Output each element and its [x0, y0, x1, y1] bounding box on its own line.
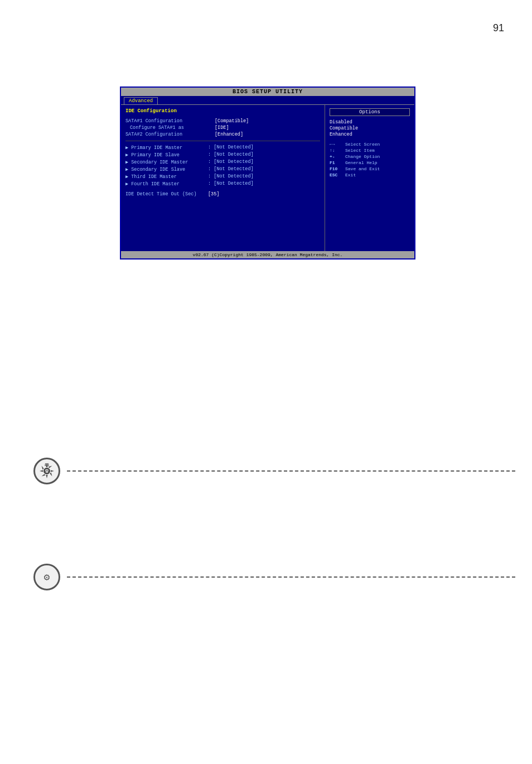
key-esc: ESC [330, 172, 345, 177]
option-disabled[interactable]: Disabled [330, 119, 410, 125]
option-enhanced[interactable]: Enhanced [330, 132, 410, 137]
key-esc-desc: Exit [345, 172, 356, 177]
detect-value: [35] [208, 191, 219, 197]
drive-value-3: : [Not Detected] [208, 166, 254, 172]
config-label-2: SATA#2 Configuration [125, 132, 215, 137]
config-value-1: [IDE] [215, 125, 229, 131]
page-number: 91 [493, 22, 504, 34]
key-row-5: ESC Exit [330, 172, 410, 177]
options-title: Options [330, 108, 410, 116]
bios-content: IDE Configuration SATA#1 Configuration [… [121, 105, 414, 254]
config-row-2: SATA#2 Configuration [Enhanced] [125, 132, 320, 137]
bios-tab-bar: Advanced [121, 96, 414, 105]
config-label-1: Configure SATA#1 as [125, 125, 215, 131]
detect-row: IDE Detect Time Out (Sec) [35] [125, 191, 320, 197]
deco-dots-1 [67, 470, 515, 472]
key-lr: ←→ [330, 142, 345, 147]
config-row-1: Configure SATA#1 as [IDE] [125, 125, 320, 131]
key-row-4: F10 Save and Exit [330, 166, 410, 171]
drive-row-0: Primary IDE Master : [Not Detected] [125, 145, 320, 151]
option-compatible[interactable]: Compatible [330, 126, 410, 131]
drive-row-2: Secondary IDE Master : [Not Detected] [125, 159, 320, 165]
bios-screen: BIOS SETUP UTILITY Advanced IDE Configur… [120, 87, 415, 260]
drive-label-0: Primary IDE Master [125, 145, 208, 151]
config-label-0: SATA#1 Configuration [125, 118, 215, 124]
svg-text:⚙: ⚙ [45, 468, 49, 476]
drive-label-2: Secondary IDE Master [125, 159, 208, 165]
divider-1 [125, 141, 320, 141]
deco-icon-2: ⚙ [33, 564, 60, 590]
drive-row-4: Third IDE Master : [Not Detected] [125, 174, 320, 180]
drive-value-1: : [Not Detected] [208, 152, 254, 158]
key-row-3: F1 General Help [330, 160, 410, 165]
section-title: IDE Configuration [125, 108, 320, 114]
drive-row-1: Primary IDE Slave : [Not Detected] [125, 152, 320, 158]
drive-value-2: : [Not Detected] [208, 159, 254, 165]
deco-dots-2 [67, 576, 515, 578]
deco-row-1: ⚙ [33, 458, 515, 484]
drive-row-3: Secondary IDE Slave : [Not Detected] [125, 166, 320, 172]
config-value-2: [Enhanced] [215, 132, 243, 137]
gear-icon-2: ⚙ [38, 569, 55, 585]
detect-label: IDE Detect Time Out (Sec) [125, 191, 208, 197]
drive-value-4: : [Not Detected] [208, 174, 254, 180]
bios-left-panel: IDE Configuration SATA#1 Configuration [… [121, 105, 325, 254]
bios-title: BIOS SETUP UTILITY [121, 88, 414, 96]
tab-advanced[interactable]: Advanced [124, 97, 158, 104]
deco-icon-1: ⚙ [33, 458, 60, 484]
drive-label-4: Third IDE Master [125, 174, 208, 180]
config-value-0: [Compatible] [215, 118, 249, 124]
key-f10: F10 [330, 166, 345, 171]
gear-icon-1: ⚙ [38, 463, 55, 479]
drive-value-0: : [Not Detected] [208, 145, 254, 151]
key-pm-desc: Change Option [345, 154, 380, 159]
bios-right-panel: Options Disabled Compatible Enhanced ←→ … [325, 105, 414, 254]
key-f1-desc: General Help [345, 160, 378, 165]
drive-label-5: Fourth IDE Master [125, 181, 208, 187]
key-ud-desc: Select Item [345, 148, 375, 153]
key-f10-desc: Save and Exit [345, 166, 380, 171]
config-row-0: SATA#1 Configuration [Compatible] [125, 118, 320, 124]
drive-label-3: Secondary IDE Slave [125, 166, 208, 172]
key-pm: +- [330, 154, 345, 159]
key-ud: ↑↓ [330, 148, 345, 153]
key-row-2: +- Change Option [330, 154, 410, 159]
deco-row-2: ⚙ [33, 564, 515, 590]
key-lr-desc: Select Screen [345, 142, 380, 147]
key-row-0: ←→ Select Screen [330, 142, 410, 147]
key-f1: F1 [330, 160, 345, 165]
drive-row-5: Fourth IDE Master : [Not Detected] [125, 181, 320, 187]
svg-text:⚙: ⚙ [44, 572, 50, 583]
drive-label-1: Primary IDE Slave [125, 152, 208, 158]
key-row-1: ↑↓ Select Item [330, 148, 410, 153]
bios-footer: v02.67 (C)Copyright 1985-2009, American … [121, 251, 414, 258]
drive-value-5: : [Not Detected] [208, 181, 254, 187]
